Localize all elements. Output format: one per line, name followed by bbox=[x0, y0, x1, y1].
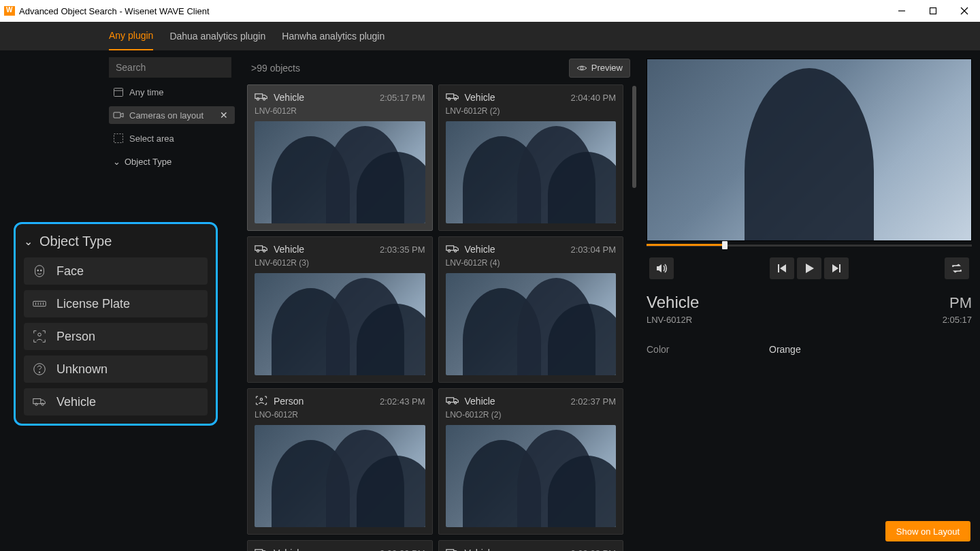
filter-anytime[interactable]: Any time bbox=[109, 83, 235, 101]
volume-icon bbox=[655, 262, 668, 274]
svg-point-33 bbox=[448, 250, 450, 252]
eye-icon bbox=[576, 64, 587, 72]
result-card[interactable]: Vehicle2:04:40 PMLNV-6012R (2) bbox=[438, 84, 624, 231]
play-button[interactable] bbox=[797, 257, 821, 279]
vehicle-icon bbox=[255, 92, 268, 104]
card-type: Person bbox=[274, 396, 304, 407]
license-plate-icon bbox=[32, 296, 47, 311]
filter-cameras-clear[interactable]: ✕ bbox=[217, 110, 231, 121]
object-type-callout: ⌄ Object Type Face License Plate Person … bbox=[14, 222, 218, 426]
svg-rect-46 bbox=[839, 264, 840, 272]
preview-progress[interactable] bbox=[647, 241, 972, 249]
preview-progress-fill bbox=[647, 244, 725, 246]
result-card[interactable]: Vehicle2:05:17 PMLNV-6012R bbox=[247, 84, 433, 231]
skip-prev-icon bbox=[776, 262, 788, 274]
skip-next-icon bbox=[830, 262, 843, 274]
card-type: Vehicle bbox=[465, 396, 495, 407]
attr-key: Color bbox=[647, 344, 769, 355]
face-icon bbox=[32, 264, 47, 279]
filter-select-area[interactable]: Select area bbox=[109, 129, 235, 147]
filter-anytime-label: Any time bbox=[129, 87, 164, 97]
section-object-type[interactable]: ⌄ Object Type bbox=[109, 153, 235, 171]
vehicle-icon bbox=[255, 244, 268, 255]
results-panel: >99 objects Preview Vehicle2:05:17 PMLNV… bbox=[242, 50, 638, 551]
object-type-vehicle-label: Vehicle bbox=[56, 395, 96, 409]
attr-value: Orange bbox=[769, 344, 801, 355]
vehicle-icon bbox=[446, 548, 459, 551]
svg-point-22 bbox=[581, 67, 583, 69]
show-on-layout-button[interactable]: Show on Layout bbox=[885, 521, 970, 541]
vehicle-icon bbox=[446, 244, 459, 255]
prev-button[interactable] bbox=[770, 257, 794, 279]
preview-camera: LNV-6012R bbox=[647, 315, 692, 325]
result-card[interactable]: Vehicle2:00:28 PMLNO-6012R (4) bbox=[438, 540, 624, 551]
tab-any-plugin[interactable]: Any plugin bbox=[109, 22, 153, 50]
results-scrollbar[interactable] bbox=[632, 86, 636, 188]
preview-video[interactable] bbox=[647, 59, 972, 241]
object-type-license-plate[interactable]: License Plate bbox=[24, 290, 208, 317]
card-thumbnail bbox=[255, 425, 425, 527]
object-type-person[interactable]: Person bbox=[24, 323, 208, 350]
loop-button[interactable] bbox=[945, 257, 969, 279]
camera-icon bbox=[113, 110, 124, 121]
object-type-person-label: Person bbox=[56, 330, 95, 344]
results-count: >99 objects bbox=[247, 63, 300, 74]
preview-title: Vehicle bbox=[647, 293, 699, 312]
card-time: 2:03:35 PM bbox=[380, 245, 425, 255]
svg-rect-45 bbox=[778, 264, 779, 272]
card-time: 2:02:43 PM bbox=[380, 396, 425, 407]
filter-cameras-label: Cameras on layout bbox=[129, 110, 203, 121]
vehicle-icon bbox=[32, 394, 47, 409]
result-card[interactable]: Vehicle2:03:35 PMLNV-6012R (3) bbox=[247, 236, 433, 383]
svg-point-37 bbox=[448, 402, 450, 404]
card-time: 2:00:29 PM bbox=[380, 548, 425, 551]
person-icon bbox=[32, 329, 47, 344]
card-time: 2:02:37 PM bbox=[571, 396, 617, 407]
preview-progress-handle[interactable] bbox=[722, 241, 728, 249]
card-camera: LNV-6012R bbox=[255, 106, 425, 116]
object-type-face[interactable]: Face bbox=[24, 257, 208, 285]
card-time: 2:03:04 PM bbox=[571, 245, 617, 255]
volume-button[interactable] bbox=[649, 257, 674, 279]
card-type: Vehicle bbox=[465, 92, 495, 103]
card-camera: LNO-6012R bbox=[255, 410, 425, 420]
svg-point-25 bbox=[263, 98, 265, 100]
result-card[interactable]: Vehicle2:03:04 PMLNV-6012R (4) bbox=[438, 236, 624, 383]
tab-hanwha-plugin[interactable]: Hanwha analytics plugin bbox=[282, 22, 385, 50]
result-card[interactable]: Person2:02:43 PMLNO-6012R bbox=[247, 388, 433, 535]
search-input[interactable] bbox=[109, 57, 231, 78]
window-close-button[interactable] bbox=[949, 0, 980, 22]
svg-rect-4 bbox=[114, 89, 123, 97]
card-camera: LNV-6012R (3) bbox=[255, 258, 425, 268]
result-card[interactable]: Vehicle2:00:29 PMLNO-6012R (3) bbox=[247, 540, 433, 551]
card-time: 2:05:17 PM bbox=[380, 93, 425, 103]
svg-point-9 bbox=[37, 270, 39, 271]
tab-dahua-plugin[interactable]: Dahua analytics plugin bbox=[169, 22, 265, 50]
filter-cameras-pill[interactable]: Cameras on layout ✕ bbox=[109, 106, 235, 124]
object-type-unknown[interactable]: Unknown bbox=[24, 356, 208, 383]
window-minimize-button[interactable] bbox=[886, 0, 917, 22]
svg-rect-11 bbox=[33, 301, 46, 306]
next-button[interactable] bbox=[824, 257, 849, 279]
vehicle-icon bbox=[255, 548, 268, 551]
card-type: Vehicle bbox=[274, 548, 304, 551]
preview-pane: Vehicle PM LNV-6012R 2:05:17 Color Orang… bbox=[638, 50, 980, 551]
svg-rect-6 bbox=[114, 112, 120, 118]
plugin-tab-bar: Any plugin Dahua analytics plugin Hanwha… bbox=[0, 22, 980, 50]
loop-icon bbox=[951, 262, 963, 274]
object-type-vehicle[interactable]: Vehicle bbox=[24, 388, 208, 415]
svg-rect-8 bbox=[35, 266, 44, 277]
svg-point-38 bbox=[454, 402, 456, 404]
card-camera: LNV-6012R (2) bbox=[446, 106, 617, 116]
svg-point-10 bbox=[40, 270, 42, 271]
svg-point-34 bbox=[454, 250, 456, 252]
svg-point-24 bbox=[257, 98, 259, 100]
card-time: 2:00:28 PM bbox=[571, 548, 617, 551]
svg-rect-19 bbox=[33, 398, 41, 403]
svg-rect-1 bbox=[930, 8, 936, 14]
window-maximize-button[interactable] bbox=[917, 0, 949, 22]
person-icon bbox=[255, 396, 268, 407]
result-card[interactable]: Vehicle2:02:37 PMLNO-6012R (2) bbox=[438, 388, 624, 535]
object-type-face-label: Face bbox=[56, 264, 84, 279]
preview-toggle-button[interactable]: Preview bbox=[569, 59, 630, 78]
